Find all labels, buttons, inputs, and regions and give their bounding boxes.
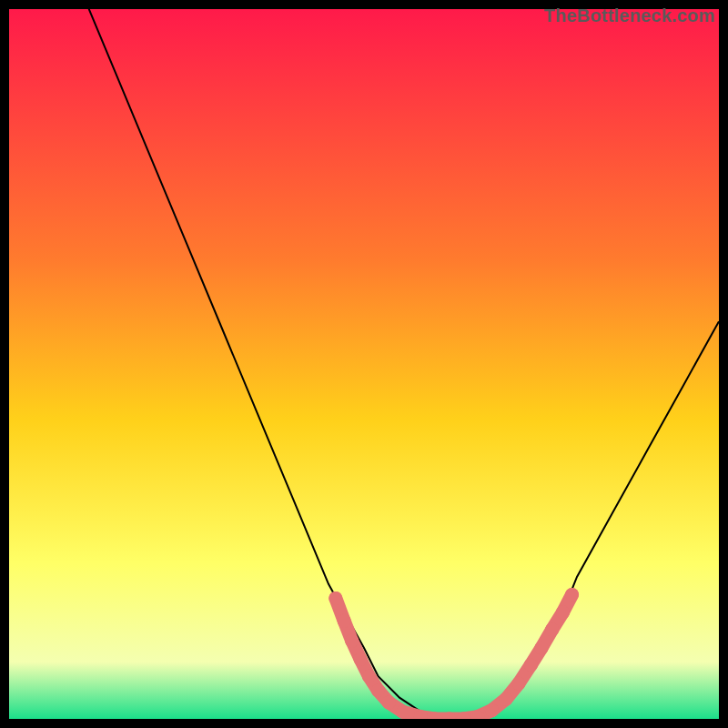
marker-dot	[535, 642, 549, 655]
chart-frame: TheBottleneck.com	[0, 0, 728, 728]
marker-dot	[338, 614, 351, 628]
marker-dot	[354, 652, 368, 666]
marker-dot	[545, 622, 559, 636]
marker-dot	[396, 705, 410, 719]
marker-dot	[329, 592, 342, 605]
marker-dot	[556, 606, 570, 620]
marker-dot	[345, 634, 359, 648]
chart-svg	[9, 9, 719, 719]
marker-dot	[565, 588, 579, 602]
watermark-text: TheBottleneck.com	[544, 5, 715, 26]
marker-dot	[500, 693, 513, 706]
marker-dot	[371, 683, 385, 697]
marker-dot	[382, 696, 396, 710]
gradient-background	[9, 9, 719, 719]
marker-dot	[524, 658, 538, 672]
marker-dot	[512, 677, 526, 691]
marker-dot	[362, 670, 376, 683]
marker-dot	[485, 703, 499, 717]
